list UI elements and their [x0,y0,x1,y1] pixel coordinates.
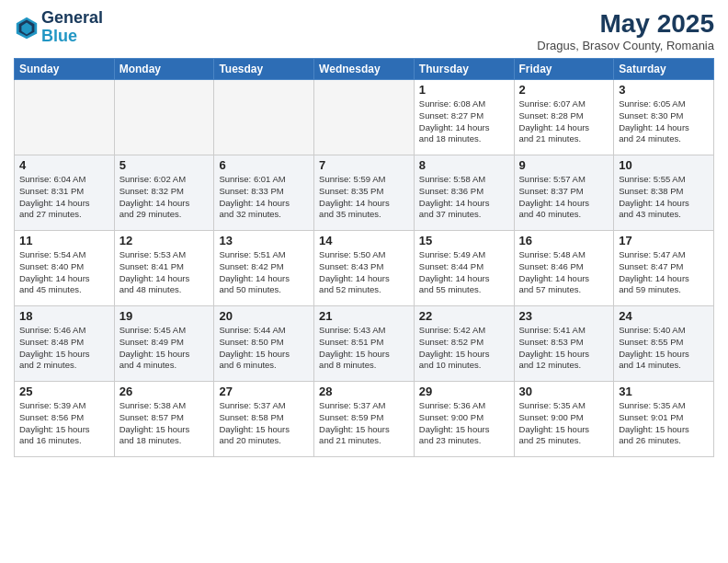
calendar-cell: 17Sunrise: 5:47 AM Sunset: 8:47 PM Dayli… [614,231,714,306]
day-number: 25 [19,385,109,398]
calendar-cell: 1Sunrise: 6:08 AM Sunset: 8:27 PM Daylig… [414,80,514,155]
day-info: Sunrise: 5:48 AM Sunset: 8:46 PM Dayligh… [519,249,609,296]
week-row-5: 25Sunrise: 5:39 AM Sunset: 8:56 PM Dayli… [15,382,714,457]
calendar-cell: 21Sunrise: 5:43 AM Sunset: 8:51 PM Dayli… [314,306,415,382]
calendar-cell: 19Sunrise: 5:45 AM Sunset: 8:49 PM Dayli… [114,306,214,382]
week-row-3: 11Sunrise: 5:54 AM Sunset: 8:40 PM Dayli… [15,231,714,306]
calendar-cell: 4Sunrise: 6:04 AM Sunset: 8:31 PM Daylig… [15,155,115,231]
day-info: Sunrise: 5:54 AM Sunset: 8:40 PM Dayligh… [19,249,109,296]
subtitle: Dragus, Brasov County, Romania [537,39,714,52]
day-number: 27 [219,385,309,398]
day-number: 6 [219,158,309,172]
calendar-cell: 22Sunrise: 5:42 AM Sunset: 8:52 PM Dayli… [414,306,514,382]
day-info: Sunrise: 5:43 AM Sunset: 8:51 PM Dayligh… [319,325,409,372]
weekday-header-friday: Friday [514,59,614,80]
day-number: 11 [19,234,109,247]
calendar-cell: 6Sunrise: 6:01 AM Sunset: 8:33 PM Daylig… [214,155,314,231]
day-number: 29 [419,385,509,398]
day-number: 1 [419,83,509,97]
day-number: 20 [219,309,309,323]
day-info: Sunrise: 6:01 AM Sunset: 8:33 PM Dayligh… [219,174,309,221]
day-number: 5 [119,158,210,172]
page: General Blue May 2025 Dragus, Brasov Cou… [0,0,728,563]
calendar-cell: 11Sunrise: 5:54 AM Sunset: 8:40 PM Dayli… [15,231,115,306]
day-number: 31 [619,385,709,398]
day-info: Sunrise: 5:53 AM Sunset: 8:41 PM Dayligh… [119,249,210,296]
logo: General Blue [14,9,103,46]
calendar-cell: 8Sunrise: 5:58 AM Sunset: 8:36 PM Daylig… [414,155,514,231]
day-info: Sunrise: 5:35 AM Sunset: 9:01 PM Dayligh… [619,400,709,447]
day-number: 28 [319,385,409,398]
week-row-4: 18Sunrise: 5:46 AM Sunset: 8:48 PM Dayli… [15,306,714,382]
day-info: Sunrise: 5:40 AM Sunset: 8:55 PM Dayligh… [619,325,709,372]
logo-text: General Blue [41,9,103,46]
calendar-cell [114,80,214,155]
calendar-cell: 7Sunrise: 5:59 AM Sunset: 8:35 PM Daylig… [314,155,415,231]
calendar-cell: 20Sunrise: 5:44 AM Sunset: 8:50 PM Dayli… [214,306,314,382]
day-number: 18 [19,309,109,323]
day-info: Sunrise: 5:46 AM Sunset: 8:48 PM Dayligh… [19,325,109,372]
day-info: Sunrise: 5:35 AM Sunset: 9:00 PM Dayligh… [519,400,609,447]
logo-icon [14,15,40,40]
day-info: Sunrise: 5:37 AM Sunset: 8:59 PM Dayligh… [319,400,409,447]
day-number: 19 [119,309,210,323]
calendar-cell [314,80,415,155]
day-info: Sunrise: 5:38 AM Sunset: 8:57 PM Dayligh… [119,400,210,447]
day-info: Sunrise: 5:36 AM Sunset: 9:00 PM Dayligh… [419,400,509,447]
day-number: 14 [319,234,409,247]
calendar-cell: 13Sunrise: 5:51 AM Sunset: 8:42 PM Dayli… [214,231,314,306]
day-info: Sunrise: 6:05 AM Sunset: 8:30 PM Dayligh… [619,98,709,145]
day-info: Sunrise: 5:45 AM Sunset: 8:49 PM Dayligh… [119,325,210,372]
calendar-cell: 27Sunrise: 5:37 AM Sunset: 8:58 PM Dayli… [214,382,314,457]
day-number: 4 [19,158,109,172]
day-number: 22 [419,309,509,323]
calendar-cell: 12Sunrise: 5:53 AM Sunset: 8:41 PM Dayli… [114,231,214,306]
calendar-cell: 15Sunrise: 5:49 AM Sunset: 8:44 PM Dayli… [414,231,514,306]
day-number: 2 [519,83,609,97]
calendar-cell: 16Sunrise: 5:48 AM Sunset: 8:46 PM Dayli… [514,231,614,306]
day-number: 13 [219,234,309,247]
day-info: Sunrise: 5:57 AM Sunset: 8:37 PM Dayligh… [519,174,609,221]
day-info: Sunrise: 5:49 AM Sunset: 8:44 PM Dayligh… [419,249,509,296]
day-number: 21 [319,309,409,323]
calendar-cell: 5Sunrise: 6:02 AM Sunset: 8:32 PM Daylig… [114,155,214,231]
weekday-header-row: SundayMondayTuesdayWednesdayThursdayFrid… [15,59,714,80]
calendar-cell: 31Sunrise: 5:35 AM Sunset: 9:01 PM Dayli… [614,382,714,457]
weekday-header-thursday: Thursday [414,59,514,80]
weekday-header-sunday: Sunday [15,59,115,80]
calendar-cell: 2Sunrise: 6:07 AM Sunset: 8:28 PM Daylig… [514,80,614,155]
weekday-header-monday: Monday [114,59,214,80]
day-number: 17 [619,234,709,247]
day-info: Sunrise: 5:59 AM Sunset: 8:35 PM Dayligh… [319,174,409,221]
calendar: SundayMondayTuesdayWednesdayThursdayFrid… [14,58,714,457]
calendar-cell: 29Sunrise: 5:36 AM Sunset: 9:00 PM Dayli… [414,382,514,457]
calendar-cell: 9Sunrise: 5:57 AM Sunset: 8:37 PM Daylig… [514,155,614,231]
day-info: Sunrise: 5:51 AM Sunset: 8:42 PM Dayligh… [219,249,309,296]
day-info: Sunrise: 5:41 AM Sunset: 8:53 PM Dayligh… [519,325,609,372]
day-number: 15 [419,234,509,247]
day-info: Sunrise: 6:08 AM Sunset: 8:27 PM Dayligh… [419,98,509,145]
day-number: 3 [619,83,709,97]
weekday-header-tuesday: Tuesday [214,59,314,80]
weekday-header-wednesday: Wednesday [314,59,415,80]
day-number: 9 [519,158,609,172]
day-number: 23 [519,309,609,323]
calendar-cell: 10Sunrise: 5:55 AM Sunset: 8:38 PM Dayli… [614,155,714,231]
week-row-2: 4Sunrise: 6:04 AM Sunset: 8:31 PM Daylig… [15,155,714,231]
day-info: Sunrise: 6:07 AM Sunset: 8:28 PM Dayligh… [519,98,609,145]
day-number: 26 [119,385,210,398]
main-title: May 2025 [537,9,714,39]
title-block: May 2025 Dragus, Brasov County, Romania [537,9,714,52]
calendar-cell: 25Sunrise: 5:39 AM Sunset: 8:56 PM Dayli… [15,382,115,457]
day-number: 16 [519,234,609,247]
calendar-cell: 14Sunrise: 5:50 AM Sunset: 8:43 PM Dayli… [314,231,415,306]
calendar-cell: 18Sunrise: 5:46 AM Sunset: 8:48 PM Dayli… [15,306,115,382]
day-info: Sunrise: 5:55 AM Sunset: 8:38 PM Dayligh… [619,174,709,221]
day-number: 30 [519,385,609,398]
calendar-cell [15,80,115,155]
calendar-cell: 28Sunrise: 5:37 AM Sunset: 8:59 PM Dayli… [314,382,415,457]
logo-line1: General [41,9,103,28]
day-info: Sunrise: 5:39 AM Sunset: 8:56 PM Dayligh… [19,400,109,447]
day-info: Sunrise: 5:50 AM Sunset: 8:43 PM Dayligh… [319,249,409,296]
day-info: Sunrise: 5:42 AM Sunset: 8:52 PM Dayligh… [419,325,509,372]
